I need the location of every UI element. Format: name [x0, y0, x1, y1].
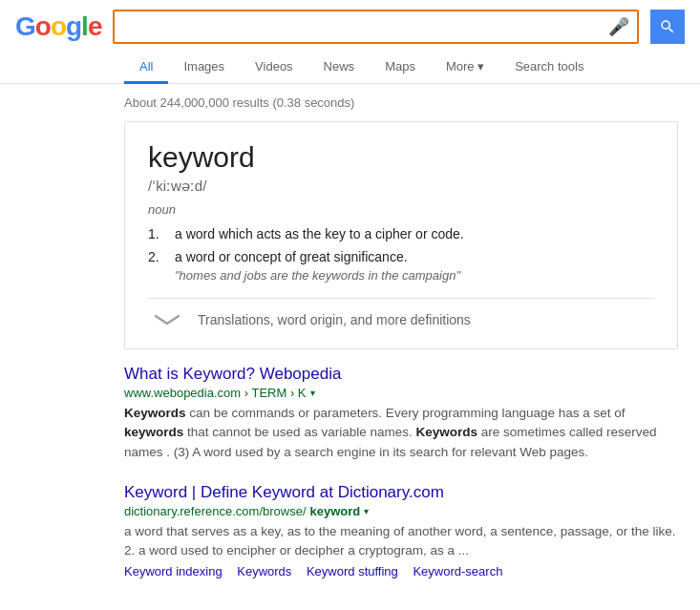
dict-more-button[interactable]: Translations, word origin, and more defi…	[148, 310, 654, 329]
dict-def-text-1: a word which acts as the key to a cipher…	[175, 226, 464, 242]
search-button[interactable]	[650, 10, 685, 44]
search-result-2: Keyword | Define Keyword at Dictionary.c…	[124, 483, 678, 579]
result-1-url: www.webopedia.com › TERM › K ▾	[124, 386, 678, 400]
result-2-url-keyword: keyword	[310, 504, 361, 518]
sitelink-keyword-indexing[interactable]: Keyword indexing	[124, 564, 223, 578]
result-2-snippet: a word that serves as a key, as to the m…	[124, 522, 678, 561]
tab-images[interactable]: Images	[168, 52, 240, 84]
tab-search-tools[interactable]: Search tools	[499, 52, 599, 84]
result-2-link[interactable]: Keyword | Define Keyword at Dictionary.c…	[124, 483, 444, 501]
tab-videos[interactable]: Videos	[240, 52, 308, 84]
sitelink-keywords[interactable]: Keywords	[237, 564, 291, 578]
dictionary-card: keyword /ˈkiːwəːd/ noun 1. a word which …	[124, 121, 678, 349]
result-1-dropdown-icon[interactable]: ▾	[310, 388, 315, 398]
nav-tabs: All Images Videos News Maps More ▾ Searc…	[0, 44, 700, 84]
result-1-snippet: Keywords can be commands or parameters. …	[124, 404, 678, 462]
dict-def-num-2: 2.	[148, 249, 167, 283]
result-2-dropdown-icon[interactable]: ▾	[364, 506, 369, 516]
dict-word: keyword	[148, 141, 654, 174]
dict-divider	[148, 298, 654, 299]
result-1-link[interactable]: What is Keyword? Webopedia	[124, 365, 341, 383]
search-icon	[659, 18, 676, 35]
dict-def-text-2: a word or concept of great significance.	[175, 249, 408, 264]
tab-more[interactable]: More ▾	[431, 52, 499, 84]
search-result-1: What is Keyword? Webopedia www.webopedia…	[124, 365, 678, 462]
dict-more-label: Translations, word origin, and more defi…	[198, 312, 471, 327]
tab-all[interactable]: All	[124, 52, 168, 84]
result-1-title: What is Keyword? Webopedia	[124, 365, 678, 384]
result-2-title: Keyword | Define Keyword at Dictionary.c…	[124, 483, 678, 502]
tab-maps[interactable]: Maps	[370, 52, 431, 84]
microphone-icon[interactable]: 🎤	[608, 16, 629, 37]
chevron-down-icon	[148, 310, 186, 329]
dict-part-of-speech: noun	[148, 202, 654, 217]
sitelink-keyword-stuffing[interactable]: Keyword stuffing	[307, 564, 398, 578]
google-logo[interactable]: Google	[15, 11, 101, 42]
search-input[interactable]: what is a keyword	[122, 18, 601, 35]
dict-definition-2: 2. a word or concept of great significan…	[148, 249, 654, 283]
header: Google what is a keyword 🎤	[0, 0, 700, 44]
dict-def-num-1: 1.	[148, 226, 167, 242]
dict-definition-1: 1. a word which acts as the key to a cip…	[148, 226, 654, 242]
tab-news[interactable]: News	[308, 52, 371, 84]
result-2-sitelinks: Keyword indexing Keywords Keyword stuffi…	[124, 564, 678, 578]
dict-example: "homes and jobs are the keywords in the …	[175, 268, 460, 283]
results-count: About 244,000,000 results (0.38 seconds)	[0, 84, 700, 121]
result-2-url: dictionary.reference.com/browse/keyword …	[124, 504, 678, 518]
dict-pronunciation: /ˈkiːwəːd/	[148, 178, 654, 195]
search-bar: what is a keyword 🎤	[113, 10, 639, 44]
sitelink-keyword-search[interactable]: Keyword-search	[413, 564, 502, 578]
